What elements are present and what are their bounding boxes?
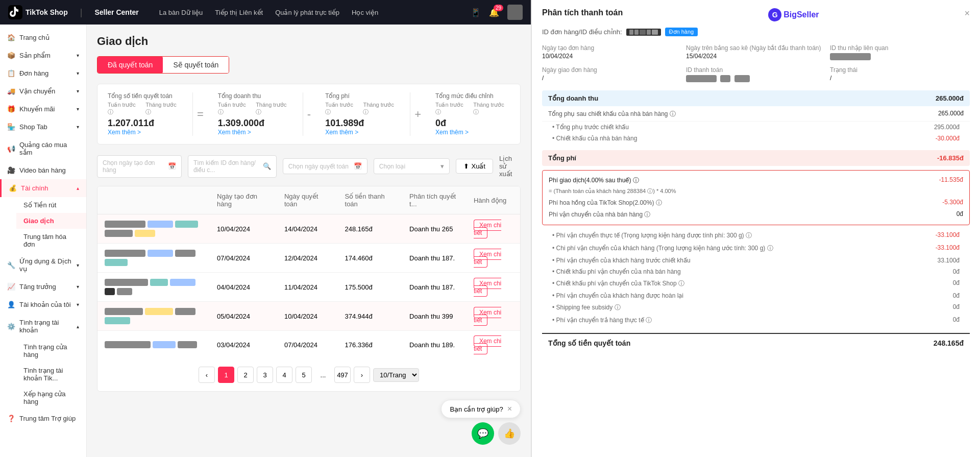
- home-icon: 🏠: [7, 34, 15, 41]
- per-page-select[interactable]: 10/Trang 20/Trang 50/Trang: [373, 368, 419, 382]
- prev-page[interactable]: ‹: [199, 367, 215, 383]
- meta-create-date: Ngày tạo đơn hàng 10/04/2024: [542, 44, 682, 60]
- related-id-blur: [830, 53, 871, 60]
- view-detail-2[interactable]: Xem chi tiết: [474, 278, 501, 297]
- sidebar-item-xep-hang[interactable]: Xếp hạng cửa hàng: [16, 386, 86, 410]
- meta-status: Trạng thái /: [830, 66, 970, 82]
- settle-date-0: 14/04/2024: [277, 214, 338, 244]
- sidebar-item-tinh-trang[interactable]: ⚙️ Tình trạng tài khoản ▴: [0, 314, 86, 339]
- chat-bubble: Bạn cần trợ giúp? ×: [441, 400, 521, 418]
- sidebar-item-don-hang[interactable]: 📋 Đơn hàng ▾: [0, 64, 86, 82]
- sidebar-item-so-tien-rut[interactable]: Số Tiền rút: [16, 197, 86, 213]
- sidebar-item-quang-cao[interactable]: 📢 Quảng cáo mua sắm: [0, 136, 86, 161]
- bs-close-btn[interactable]: ×: [964, 8, 970, 19]
- view-detail-4[interactable]: Xem chi tiết: [474, 335, 501, 354]
- sidebar-item-tro-giup[interactable]: ❓ Trung tâm Trợ giúp: [0, 410, 86, 427]
- create-date-3: 05/04/2024: [210, 302, 277, 331]
- export-button[interactable]: ⬆ Xuất: [456, 159, 493, 174]
- view-detail-0[interactable]: Xem chi tiết: [474, 220, 501, 238]
- page-5[interactable]: 5: [296, 367, 312, 383]
- sidebar-item-san-pham[interactable]: 📦 Sản phẩm ▾: [0, 46, 86, 64]
- meta-stat-date: Ngày trên bảng sao kê (Ngày bắt đầu than…: [686, 44, 826, 60]
- sidebar-item-hoa-don[interactable]: Trung tâm hóa đơn: [16, 229, 86, 252]
- app-icon: 🔧: [7, 261, 15, 269]
- history-button[interactable]: Lịch sử xuất: [499, 155, 521, 178]
- create-date-1: 07/04/2024: [210, 244, 277, 273]
- analysis-1: Doanh thu 187.: [402, 244, 467, 273]
- create-date-0: 10/04/2024: [210, 214, 277, 244]
- page-3[interactable]: 3: [257, 367, 273, 383]
- table-row: 07/04/2024 12/04/2024 174.460đ Doanh thu…: [97, 244, 520, 273]
- nav-la-ban[interactable]: La bàn Dữ liệu: [159, 9, 203, 16]
- bigseller-panel: Phân tích thanh toán G BigSeller × ID đơ…: [531, 0, 980, 457]
- nav-tiep-thi[interactable]: Tiếp thị Liên kết: [215, 9, 263, 16]
- bs-transaction-fee: Phí giao dịch(4.00% sau thuế) ⓘ -11.535đ: [549, 175, 963, 186]
- status-icon: ⚙️: [7, 323, 15, 330]
- meta-delivery-date: Ngày giao đơn hàng /: [542, 66, 682, 82]
- promo-icon: 🎁: [7, 105, 15, 113]
- view-detail-1[interactable]: Xem chi tiết: [474, 249, 501, 268]
- video-icon: 🎥: [7, 166, 15, 174]
- sidebar-item-van-chuyen[interactable]: 🚚 Vận chuyển ▾: [0, 82, 86, 100]
- bs-shipping-row-1: • Chi phí vận chuyển của khách hàng (Trọ…: [542, 242, 970, 255]
- col-amount: Số tiền thanh toán: [338, 186, 403, 214]
- sidebar-item-cua-hang[interactable]: Tình trạng cửa hàng: [16, 339, 86, 363]
- stat-total-revenue: Tổng doanh thu Tuần trước ⓘ Tháng trước …: [208, 92, 303, 136]
- date-filter[interactable]: Chọn ngày tạo đơn hàng 📅: [97, 155, 182, 178]
- chat-message-btn[interactable]: 💬: [472, 422, 494, 445]
- sidebar-item-trang-chu[interactable]: 🏠 Trang chủ: [0, 29, 86, 46]
- mobile-icon[interactable]: 📱: [471, 8, 481, 17]
- bell-icon[interactable]: 🔔29: [489, 8, 499, 17]
- nav-quan-ly[interactable]: Quản lý phát trực tiếp: [275, 9, 339, 16]
- tab-da-quyet-toan[interactable]: Đã quyết toán: [97, 57, 163, 73]
- search-filter[interactable]: Tìm kiếm ID đơn hàng/điều c... 🔍: [188, 155, 277, 178]
- view-detail-3[interactable]: Xem chi tiết: [474, 307, 501, 326]
- stat-adjust-link[interactable]: Xem thêm >: [435, 129, 510, 136]
- filters: Chọn ngày tạo đơn hàng 📅 Tìm kiếm ID đơn…: [97, 155, 521, 178]
- next-page[interactable]: ›: [354, 367, 370, 383]
- sidebar-item-tinh-trang-tk[interactable]: Tình trạng tài khoản Tik...: [16, 363, 86, 386]
- table-row: 03/04/2024 07/04/2024 176.336đ Doanh thu…: [97, 331, 520, 359]
- page-4[interactable]: 4: [276, 367, 292, 383]
- order-id-value: [626, 29, 661, 36]
- chevron-down-icon: ▾: [440, 162, 444, 170]
- tab-se-quyet-toan[interactable]: Sẽ quyết toán: [163, 57, 229, 73]
- transactions-table: Ngày tạo đơn hàng Ngày quyết toán Số tiề…: [97, 186, 521, 392]
- sidebar-item-shop-tab[interactable]: 🏪 Shop Tab ▾: [0, 118, 86, 136]
- sidebar-item-tai-khoan[interactable]: 👤 Tài khoản của tôi ▾: [0, 296, 86, 314]
- bs-commission-fee: Phí hoa hồng của TikTok Shop(2.00%) ⓘ -5…: [549, 197, 963, 209]
- chat-thumbs-btn[interactable]: 👍: [498, 422, 521, 445]
- analysis-0: Doanh thu 265: [402, 214, 467, 244]
- create-date-2: 04/04/2024: [210, 273, 277, 302]
- analysis-3: Doanh thu 399: [402, 302, 467, 331]
- page-1[interactable]: 1: [218, 367, 234, 383]
- chat-close-btn[interactable]: ×: [507, 404, 512, 414]
- sidebar-item-giao-dich[interactable]: Giao dịch: [16, 213, 86, 229]
- page-2[interactable]: 2: [237, 367, 254, 383]
- calendar2-icon: 📅: [354, 162, 362, 170]
- type-filter[interactable]: Chọn loại ▾: [374, 158, 450, 174]
- order-id-tag2: [175, 221, 198, 228]
- stat-settled-link[interactable]: Xem thêm >: [108, 129, 182, 136]
- tiktok-logo: TikTok Shop: [8, 5, 68, 19]
- meta-payment-id: ID thanh toán: [686, 66, 826, 82]
- bs-revenue-detail1: • Tổng phụ trước chiết khấu 295.000đ: [542, 122, 970, 133]
- sidebar-item-video[interactable]: 🎥 Video bán hàng: [0, 161, 86, 179]
- finance-icon: 💰: [9, 184, 17, 192]
- sidebar-item-tai-chinh[interactable]: 💰 Tài chính ▴: [0, 179, 86, 197]
- sidebar-item-tang-truong[interactable]: 📈 Tăng trưởng ▾: [0, 278, 86, 296]
- bs-revenue-sub1: Tổng phụ sau chiết khấu của nhà bán hàng…: [542, 107, 970, 122]
- bs-shipping-row-5: • Phí vận chuyển của khách hàng được hoà…: [542, 290, 970, 301]
- meta-related-id: ID thu nhập liên quan: [830, 44, 970, 60]
- sidebar-item-ung-dung[interactable]: 🔧 Ứng dụng & Dịch vụ ▾: [0, 252, 86, 278]
- bs-revenue-section: Tổng doanh thu 265.000đ Tổng phụ sau chi…: [542, 90, 970, 144]
- settle-date-filter[interactable]: Chọn ngày quyết toán 📅: [283, 158, 368, 174]
- stat-fee-link[interactable]: Xem thêm >: [325, 129, 400, 136]
- stat-revenue-link[interactable]: Xem thêm >: [218, 129, 292, 136]
- page-497[interactable]: 497: [334, 367, 351, 383]
- order-id-blur-4: [105, 308, 143, 315]
- avatar[interactable]: [507, 5, 523, 20]
- growth-icon: 📈: [7, 283, 15, 291]
- nav-hoc-vien[interactable]: Học viện: [352, 9, 378, 16]
- sidebar-item-khuyen-mai[interactable]: 🎁 Khuyến mãi ▾: [0, 100, 86, 118]
